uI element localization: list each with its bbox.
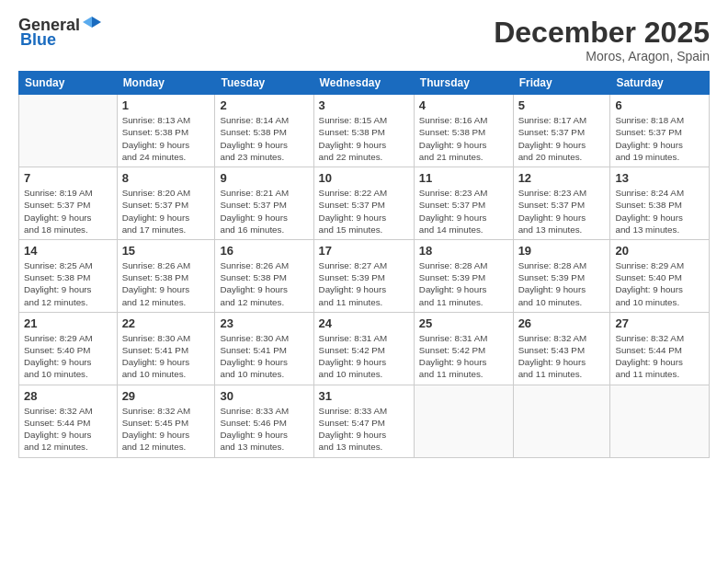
day-info: Sunrise: 8:26 AM Sunset: 5:38 PM Dayligh…: [122, 259, 210, 308]
day-info: Sunrise: 8:24 AM Sunset: 5:38 PM Dayligh…: [615, 187, 704, 236]
day-info: Sunrise: 8:30 AM Sunset: 5:41 PM Dayligh…: [122, 332, 210, 381]
header: General Blue December 2025 Moros, Aragon…: [18, 17, 710, 63]
table-row: 5Sunrise: 8:17 AM Sunset: 5:37 PM Daylig…: [513, 95, 610, 167]
month-title: December 2025: [494, 17, 710, 49]
day-number: 11: [419, 171, 508, 185]
day-info: Sunrise: 8:13 AM Sunset: 5:38 PM Dayligh…: [122, 114, 210, 163]
day-info: Sunrise: 8:28 AM Sunset: 5:39 PM Dayligh…: [419, 259, 508, 308]
table-row: 12Sunrise: 8:23 AM Sunset: 5:37 PM Dayli…: [513, 167, 610, 240]
table-row: 1Sunrise: 8:13 AM Sunset: 5:38 PM Daylig…: [117, 95, 215, 167]
day-info: Sunrise: 8:26 AM Sunset: 5:38 PM Dayligh…: [220, 259, 308, 308]
day-number: 14: [24, 244, 112, 258]
day-info: Sunrise: 8:23 AM Sunset: 5:37 PM Dayligh…: [419, 187, 508, 236]
day-info: Sunrise: 8:15 AM Sunset: 5:38 PM Dayligh…: [319, 114, 409, 163]
col-friday: Friday: [513, 72, 610, 95]
day-info: Sunrise: 8:32 AM Sunset: 5:43 PM Dayligh…: [518, 332, 606, 381]
day-number: 31: [319, 389, 409, 403]
day-info: Sunrise: 8:31 AM Sunset: 5:42 PM Dayligh…: [419, 332, 508, 381]
calendar-header-row: Sunday Monday Tuesday Wednesday Thursday…: [19, 72, 710, 95]
day-info: Sunrise: 8:14 AM Sunset: 5:38 PM Dayligh…: [220, 114, 308, 163]
table-row: 20Sunrise: 8:29 AM Sunset: 5:40 PM Dayli…: [610, 239, 710, 312]
day-info: Sunrise: 8:28 AM Sunset: 5:39 PM Dayligh…: [518, 259, 606, 308]
table-row: 8Sunrise: 8:20 AM Sunset: 5:37 PM Daylig…: [117, 167, 215, 240]
day-number: 23: [220, 316, 308, 330]
table-row: 4Sunrise: 8:16 AM Sunset: 5:38 PM Daylig…: [414, 95, 513, 167]
day-number: 16: [220, 244, 308, 258]
day-number: 1: [122, 98, 210, 112]
day-number: 18: [419, 244, 508, 258]
day-number: 24: [319, 316, 409, 330]
day-number: 2: [220, 98, 308, 112]
day-number: 25: [419, 316, 508, 330]
day-info: Sunrise: 8:32 AM Sunset: 5:45 PM Dayligh…: [122, 405, 210, 454]
svg-marker-1: [83, 17, 92, 28]
table-row: 22Sunrise: 8:30 AM Sunset: 5:41 PM Dayli…: [117, 312, 215, 385]
day-info: Sunrise: 8:29 AM Sunset: 5:40 PM Dayligh…: [615, 259, 704, 308]
day-info: Sunrise: 8:27 AM Sunset: 5:39 PM Dayligh…: [319, 259, 409, 308]
table-row: 9Sunrise: 8:21 AM Sunset: 5:37 PM Daylig…: [215, 167, 313, 240]
col-thursday: Thursday: [414, 72, 513, 95]
table-row: 25Sunrise: 8:31 AM Sunset: 5:42 PM Dayli…: [414, 312, 513, 385]
day-info: Sunrise: 8:23 AM Sunset: 5:37 PM Dayligh…: [518, 187, 606, 236]
col-saturday: Saturday: [610, 72, 710, 95]
day-info: Sunrise: 8:18 AM Sunset: 5:37 PM Dayligh…: [615, 114, 704, 163]
day-number: 15: [122, 244, 210, 258]
day-info: Sunrise: 8:20 AM Sunset: 5:37 PM Dayligh…: [122, 187, 210, 236]
day-number: 6: [615, 98, 704, 112]
day-info: Sunrise: 8:21 AM Sunset: 5:37 PM Dayligh…: [220, 187, 308, 236]
location: Moros, Aragon, Spain: [494, 49, 710, 63]
day-number: 26: [518, 316, 606, 330]
day-info: Sunrise: 8:32 AM Sunset: 5:44 PM Dayligh…: [615, 332, 704, 381]
table-row: 21Sunrise: 8:29 AM Sunset: 5:40 PM Dayli…: [19, 312, 118, 385]
table-row: 31Sunrise: 8:33 AM Sunset: 5:47 PM Dayli…: [313, 385, 414, 457]
calendar-week-row: 1Sunrise: 8:13 AM Sunset: 5:38 PM Daylig…: [19, 95, 710, 167]
table-row: 30Sunrise: 8:33 AM Sunset: 5:46 PM Dayli…: [215, 385, 313, 457]
day-number: 3: [319, 98, 409, 112]
day-info: Sunrise: 8:17 AM Sunset: 5:37 PM Dayligh…: [518, 114, 606, 163]
table-row: 3Sunrise: 8:15 AM Sunset: 5:38 PM Daylig…: [313, 95, 414, 167]
table-row: 16Sunrise: 8:26 AM Sunset: 5:38 PM Dayli…: [215, 239, 313, 312]
calendar-week-row: 28Sunrise: 8:32 AM Sunset: 5:44 PM Dayli…: [19, 385, 710, 457]
table-row: 28Sunrise: 8:32 AM Sunset: 5:44 PM Dayli…: [19, 385, 118, 457]
day-number: 19: [518, 244, 606, 258]
calendar-week-row: 7Sunrise: 8:19 AM Sunset: 5:37 PM Daylig…: [19, 167, 710, 240]
day-info: Sunrise: 8:33 AM Sunset: 5:47 PM Dayligh…: [319, 405, 409, 454]
calendar-week-row: 21Sunrise: 8:29 AM Sunset: 5:40 PM Dayli…: [19, 312, 710, 385]
table-row: 29Sunrise: 8:32 AM Sunset: 5:45 PM Dayli…: [117, 385, 215, 457]
table-row: 24Sunrise: 8:31 AM Sunset: 5:42 PM Dayli…: [313, 312, 414, 385]
calendar-week-row: 14Sunrise: 8:25 AM Sunset: 5:38 PM Dayli…: [19, 239, 710, 312]
table-row: 17Sunrise: 8:27 AM Sunset: 5:39 PM Dayli…: [313, 239, 414, 312]
day-info: Sunrise: 8:22 AM Sunset: 5:37 PM Dayligh…: [319, 187, 409, 236]
table-row: 23Sunrise: 8:30 AM Sunset: 5:41 PM Dayli…: [215, 312, 313, 385]
day-info: Sunrise: 8:16 AM Sunset: 5:38 PM Dayligh…: [419, 114, 508, 163]
table-row: 27Sunrise: 8:32 AM Sunset: 5:44 PM Dayli…: [610, 312, 710, 385]
day-number: 9: [220, 171, 308, 185]
table-row: 10Sunrise: 8:22 AM Sunset: 5:37 PM Dayli…: [313, 167, 414, 240]
svg-marker-0: [92, 17, 101, 28]
table-row: 6Sunrise: 8:18 AM Sunset: 5:37 PM Daylig…: [610, 95, 710, 167]
table-row: 13Sunrise: 8:24 AM Sunset: 5:38 PM Dayli…: [610, 167, 710, 240]
day-info: Sunrise: 8:29 AM Sunset: 5:40 PM Dayligh…: [24, 332, 112, 381]
table-row: [414, 385, 513, 457]
col-tuesday: Tuesday: [215, 72, 313, 95]
day-number: 7: [24, 171, 112, 185]
table-row: 26Sunrise: 8:32 AM Sunset: 5:43 PM Dayli…: [513, 312, 610, 385]
calendar-table: Sunday Monday Tuesday Wednesday Thursday…: [18, 71, 710, 457]
logo-flag-icon: [82, 15, 102, 35]
day-number: 17: [319, 244, 409, 258]
table-row: 7Sunrise: 8:19 AM Sunset: 5:37 PM Daylig…: [19, 167, 118, 240]
day-info: Sunrise: 8:31 AM Sunset: 5:42 PM Dayligh…: [319, 332, 409, 381]
day-info: Sunrise: 8:33 AM Sunset: 5:46 PM Dayligh…: [220, 405, 308, 454]
day-number: 5: [518, 98, 606, 112]
title-block: December 2025 Moros, Aragon, Spain: [494, 17, 710, 63]
day-info: Sunrise: 8:19 AM Sunset: 5:37 PM Dayligh…: [24, 187, 112, 236]
day-number: 30: [220, 389, 308, 403]
table-row: [19, 95, 118, 167]
table-row: 18Sunrise: 8:28 AM Sunset: 5:39 PM Dayli…: [414, 239, 513, 312]
day-number: 13: [615, 171, 704, 185]
table-row: [513, 385, 610, 457]
table-row: 2Sunrise: 8:14 AM Sunset: 5:38 PM Daylig…: [215, 95, 313, 167]
table-row: 11Sunrise: 8:23 AM Sunset: 5:37 PM Dayli…: [414, 167, 513, 240]
day-info: Sunrise: 8:32 AM Sunset: 5:44 PM Dayligh…: [24, 405, 112, 454]
day-number: 10: [319, 171, 409, 185]
